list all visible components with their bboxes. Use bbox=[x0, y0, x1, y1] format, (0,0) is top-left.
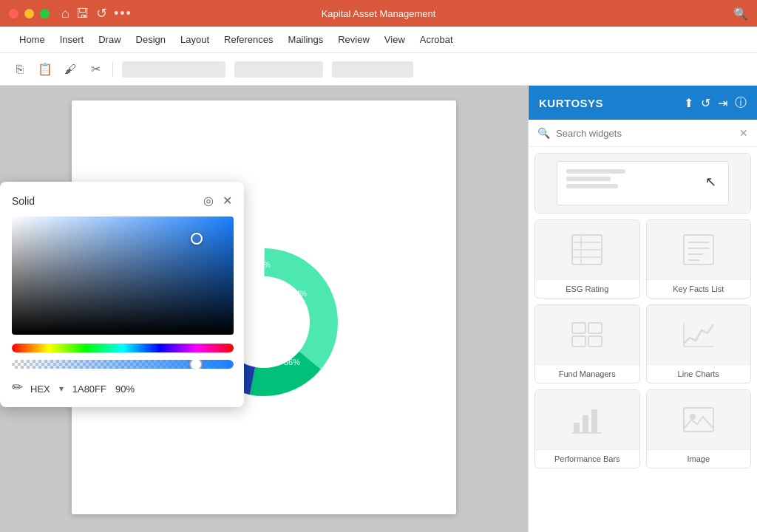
featured-preview: ↖ bbox=[557, 161, 729, 205]
gradient-cursor[interactable] bbox=[191, 233, 203, 245]
preview-line bbox=[566, 169, 625, 174]
menu-bar: Home Insert Draw Design Layout Reference… bbox=[0, 27, 757, 53]
copy-icon[interactable]: ⎘ bbox=[12, 61, 28, 78]
close-search-icon[interactable]: ✕ bbox=[739, 127, 748, 139]
svg-rect-18 bbox=[591, 409, 597, 433]
label-3b: 3% bbox=[249, 261, 260, 269]
hex-value[interactable]: 1A80FF bbox=[72, 383, 106, 395]
kurtosys-header: KURTOSYS ⬆ ↺ ⇥ ⓘ bbox=[529, 86, 757, 120]
alpha-slider[interactable] bbox=[12, 360, 234, 369]
widget-label-image: Image bbox=[647, 449, 751, 468]
color-values: HEX ▾ 1A80FF 90% bbox=[30, 383, 135, 395]
widget-card-esg-rating[interactable]: ESG Rating bbox=[534, 219, 640, 299]
color-picker: Solid ◎ ✕ ✏ HEX ▾ bbox=[0, 182, 244, 407]
widget-preview-image bbox=[647, 390, 751, 449]
preview-line bbox=[566, 184, 618, 188]
fund-managers-icon bbox=[569, 317, 605, 352]
title-bar-actions: 🔍 bbox=[733, 7, 748, 21]
svg-rect-10 bbox=[572, 323, 585, 333]
widget-label-fund-managers: Fund Managers bbox=[535, 364, 639, 383]
document-area: 36% 17% 14% 3% 3% 10 % % Solid ◎ ✕ bbox=[0, 86, 528, 532]
format-icon[interactable]: 🖌 bbox=[62, 61, 78, 78]
close-button[interactable] bbox=[9, 9, 18, 18]
widget-preview-line-charts bbox=[647, 305, 751, 364]
maximize-button[interactable] bbox=[40, 9, 50, 18]
widget-label-esg: ESG Rating bbox=[535, 279, 639, 298]
search-input[interactable] bbox=[556, 128, 733, 139]
refresh-icon[interactable]: ↺ bbox=[701, 96, 710, 110]
opacity-icon[interactable]: ◎ bbox=[203, 194, 214, 208]
hue-slider[interactable] bbox=[12, 344, 234, 352]
title-bar: ⌂ 🖫 ↺ ••• Kapital Asset Management 🔍 bbox=[0, 0, 757, 27]
line-charts-icon bbox=[681, 317, 716, 352]
preview-lines bbox=[566, 169, 625, 191]
cursor-arrow-icon: ↖ bbox=[705, 174, 716, 190]
search-bar: 🔍 ✕ bbox=[529, 120, 757, 147]
color-gradient[interactable] bbox=[12, 216, 234, 335]
color-controls: ✏ HEX ▾ 1A80FF 90% bbox=[12, 379, 232, 395]
svg-rect-12 bbox=[572, 336, 585, 347]
label-14: 14% bbox=[292, 290, 307, 298]
widgets-grid: ↖ ESG Rating bbox=[529, 147, 757, 532]
alpha-thumb[interactable] bbox=[189, 360, 203, 369]
cut-icon[interactable]: ✂ bbox=[87, 61, 103, 78]
menu-design[interactable]: Design bbox=[129, 30, 173, 50]
menu-draw[interactable]: Draw bbox=[91, 30, 128, 50]
window-title: Kapital Asset Management bbox=[322, 8, 436, 19]
label-3a: 3% bbox=[260, 261, 271, 269]
minimize-button[interactable] bbox=[24, 9, 34, 18]
widget-card-fund-managers[interactable]: Fund Managers bbox=[534, 304, 640, 383]
svg-rect-16 bbox=[574, 423, 580, 433]
menu-view[interactable]: View bbox=[377, 30, 413, 50]
right-panel: KURTOSYS ⬆ ↺ ⇥ ⓘ 🔍 ✕ bbox=[528, 86, 757, 532]
search-icon: 🔍 bbox=[537, 127, 550, 139]
menu-home[interactable]: Home bbox=[12, 30, 52, 50]
close-icon[interactable]: ✕ bbox=[223, 194, 232, 208]
menu-review[interactable]: Review bbox=[330, 30, 377, 50]
eyedropper-icon[interactable]: ✏ bbox=[12, 379, 23, 395]
esg-rating-icon bbox=[569, 232, 605, 267]
menu-references[interactable]: References bbox=[217, 30, 280, 50]
menu-layout[interactable]: Layout bbox=[173, 30, 217, 50]
upload-icon[interactable]: ⬆ bbox=[684, 96, 693, 110]
widget-preview-featured: ↖ bbox=[535, 154, 750, 213]
paste-icon[interactable]: 📋 bbox=[37, 61, 53, 78]
traffic-lights bbox=[9, 9, 50, 18]
label-17: 17% bbox=[285, 323, 299, 331]
svg-point-21 bbox=[690, 414, 696, 420]
widget-card-key-facts[interactable]: Key Facts List bbox=[646, 219, 752, 299]
svg-rect-17 bbox=[583, 415, 588, 433]
widget-preview-performance-bars bbox=[535, 390, 639, 449]
label-36: 36% bbox=[284, 358, 300, 366]
font-selector[interactable] bbox=[122, 61, 225, 78]
hex-dropdown[interactable]: ▾ bbox=[59, 383, 64, 394]
hex-label: HEX bbox=[30, 383, 50, 395]
widget-label-key-facts: Key Facts List bbox=[647, 279, 751, 298]
search-icon[interactable]: 🔍 bbox=[733, 7, 748, 21]
opacity-value[interactable]: 90% bbox=[115, 383, 135, 395]
svg-rect-11 bbox=[588, 323, 602, 333]
widget-preview-fund-managers bbox=[535, 305, 639, 364]
solid-label: Solid bbox=[12, 195, 203, 207]
widget-card-featured[interactable]: ↖ bbox=[534, 153, 751, 214]
widget-preview-esg bbox=[535, 220, 639, 279]
image-icon bbox=[681, 402, 716, 437]
widget-card-line-charts[interactable]: Line Charts bbox=[646, 304, 752, 383]
menu-acrobat[interactable]: Acrobat bbox=[413, 30, 461, 50]
widget-label-performance-bars: Performance Bars bbox=[535, 449, 639, 468]
widget-label-line-charts: Line Charts bbox=[647, 364, 751, 383]
widget-card-performance-bars[interactable]: Performance Bars bbox=[534, 389, 640, 468]
export-icon[interactable]: ⇥ bbox=[718, 96, 727, 110]
style-selector[interactable] bbox=[332, 61, 413, 78]
menu-insert[interactable]: Insert bbox=[52, 30, 92, 50]
widget-preview-key-facts bbox=[647, 220, 751, 279]
window-controls: ⌂ 🖫 ↺ ••• bbox=[61, 5, 132, 21]
toolbar: ⎘ 📋 🖌 ✂ bbox=[0, 53, 757, 86]
svg-rect-13 bbox=[588, 336, 602, 347]
size-selector[interactable] bbox=[234, 61, 323, 78]
info-icon[interactable]: ⓘ bbox=[735, 95, 747, 111]
menu-mailings[interactable]: Mailings bbox=[281, 30, 331, 50]
widget-card-image[interactable]: Image bbox=[646, 389, 752, 468]
performance-bars-icon bbox=[569, 402, 605, 437]
color-picker-header: Solid ◎ ✕ bbox=[12, 194, 232, 208]
